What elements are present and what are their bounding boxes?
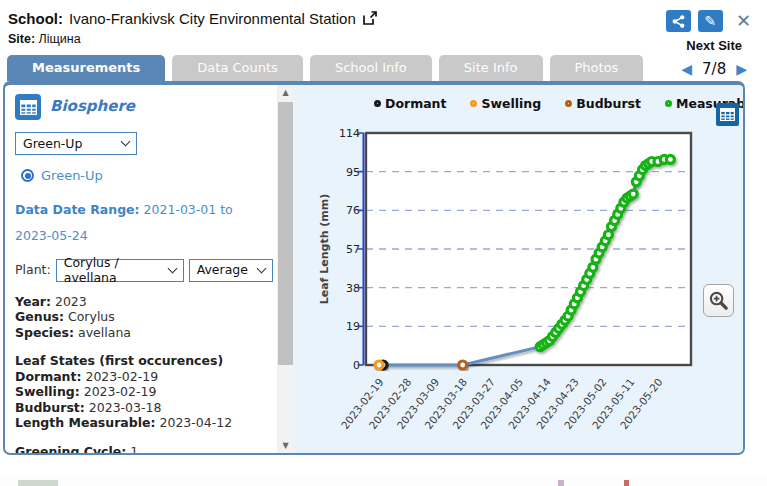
- swelling-marker-icon: [470, 100, 477, 107]
- scrollbar-thumb[interactable]: [278, 102, 293, 365]
- plant-select-row: Plant: Corylus / avellana Average: [15, 259, 273, 282]
- measurable-marker-icon: [665, 100, 672, 107]
- legend-item-swelling: Swelling: [470, 96, 541, 111]
- greenup-radio[interactable]: [21, 169, 34, 182]
- magnifier-plus-icon: [708, 290, 729, 311]
- length-measurable-line: Length Measurable: 2023-04-12: [15, 415, 273, 431]
- swelling-line: Swelling: 2023-02-19: [15, 384, 273, 400]
- legend-label: Dormant: [385, 96, 446, 111]
- plant-select-value: Corylus / avellana: [64, 255, 159, 286]
- window-header: School: Ivano-Frankivsk City Environment…: [0, 0, 767, 46]
- background-content-sliver: [0, 478, 767, 486]
- share-icon: [671, 14, 686, 29]
- chevron-down-icon: [121, 137, 131, 147]
- school-label: School:: [8, 10, 63, 27]
- legend-item-dormant: Dormant: [374, 96, 446, 111]
- sidebar-scrollbar[interactable]: ▲ ▼: [277, 85, 294, 453]
- site-title-row: Site: Ліщина: [8, 32, 759, 46]
- dormant-marker-icon: [374, 100, 381, 107]
- data-table-button[interactable]: [716, 103, 739, 126]
- leaf-states-title: Leaf States (first occurences): [15, 353, 223, 368]
- data-date-range: Data Date Range: 2021-03-01 to 2023-05-2…: [15, 197, 271, 249]
- legend-label: Budburst: [576, 96, 641, 111]
- measurements-panel: Biosphere Green-Up Green-Up Data Date Ra…: [3, 81, 745, 455]
- greenup-radio-row: Green-Up: [15, 168, 273, 184]
- tabs: MeasurementsData CountsSchool InfoSite I…: [7, 55, 650, 81]
- pager-count: 7/8: [702, 60, 726, 78]
- plant-select[interactable]: Corylus / avellana: [56, 259, 184, 282]
- chart-pane: DormantSwellingBudburstMeasurable 019385…: [294, 85, 743, 453]
- chevron-down-icon: [167, 263, 177, 273]
- chart-zoom-button[interactable]: [703, 284, 734, 317]
- tab-photos[interactable]: Photos: [550, 55, 644, 81]
- aggregate-select-value: Average: [197, 262, 248, 278]
- greenup-radio-label: Green-Up: [41, 168, 103, 184]
- open-external-icon[interactable]: [362, 11, 378, 26]
- legend-item-budburst: Budburst: [565, 96, 641, 111]
- scroll-down-icon[interactable]: ▼: [277, 438, 294, 453]
- school-title-row: School: Ivano-Frankivsk City Environment…: [8, 10, 759, 27]
- site-label: Site:: [8, 32, 35, 46]
- tab-site-info[interactable]: Site Info: [439, 55, 543, 81]
- protocol-select-value: Green-Up: [23, 136, 82, 152]
- school-name: Ivano-Frankivsk City Environmental Stati…: [69, 10, 356, 27]
- tab-data-counts[interactable]: Data Counts: [172, 55, 303, 81]
- tab-measurements[interactable]: Measurements: [7, 55, 165, 81]
- next-site-arrow-icon[interactable]: ▶: [736, 61, 747, 77]
- biosphere-table-icon: [15, 94, 41, 120]
- previous-site-arrow-icon[interactable]: ◀: [681, 61, 692, 77]
- budburst-line: Budburst: 2023-03-18: [15, 400, 273, 416]
- close-icon[interactable]: ✕: [736, 12, 751, 30]
- svg-text:114: 114: [339, 127, 360, 140]
- header-actions: ✎ ✕: [666, 10, 751, 32]
- legend-label: Swelling: [481, 96, 541, 111]
- site-pager: ◀ 7/8 ▶: [681, 60, 747, 78]
- protocol-header: Biosphere: [15, 94, 273, 120]
- leaf-length-chart: 01938577695114Leaf Length (mm)2023-02-19…: [294, 85, 728, 453]
- share-button[interactable]: [666, 10, 691, 32]
- aggregate-select[interactable]: Average: [189, 259, 273, 282]
- plant-summary: Year: 2023 Genus: Corylus Species: avell…: [15, 294, 273, 341]
- leaf-states: Leaf States (first occurences) Dormant: …: [15, 353, 273, 431]
- budburst-marker-icon: [565, 100, 572, 107]
- greening-cycle-line: Greening Cycle: 1: [15, 444, 273, 454]
- protocol-select[interactable]: Green-Up: [15, 132, 137, 155]
- pencil-icon: ✎: [705, 14, 717, 28]
- next-site-label: Next Site: [686, 38, 742, 53]
- year-line: Year: 2023: [15, 294, 273, 310]
- cycle-info: Greening Cycle: 1 Vegetation Type: shrub: [15, 444, 273, 454]
- scroll-up-icon[interactable]: ▲: [277, 85, 294, 100]
- measurement-sidebar: Biosphere Green-Up Green-Up Data Date Ra…: [5, 85, 277, 453]
- date-range-label: Data Date Range:: [15, 202, 140, 217]
- tab-school-info[interactable]: School Info: [310, 55, 432, 81]
- site-name: Ліщина: [39, 32, 81, 46]
- dormant-line: Dormant: 2023-02-19: [15, 369, 273, 385]
- genus-line: Genus: Corylus: [15, 309, 273, 325]
- edit-button[interactable]: ✎: [698, 10, 723, 32]
- chevron-down-icon: [257, 263, 267, 273]
- table-icon: [720, 108, 735, 121]
- tabs-bar: MeasurementsData CountsSchool InfoSite I…: [0, 54, 767, 81]
- species-line: Species: avellana: [15, 325, 273, 341]
- protocol-title: Biosphere: [50, 99, 135, 115]
- plant-label: Plant:: [15, 262, 51, 278]
- chart-legend: DormantSwellingBudburstMeasurable: [374, 96, 745, 111]
- site-data-window: School: Ivano-Frankivsk City Environment…: [0, 0, 767, 486]
- svg-text:Leaf Length (mm): Leaf Length (mm): [318, 194, 331, 305]
